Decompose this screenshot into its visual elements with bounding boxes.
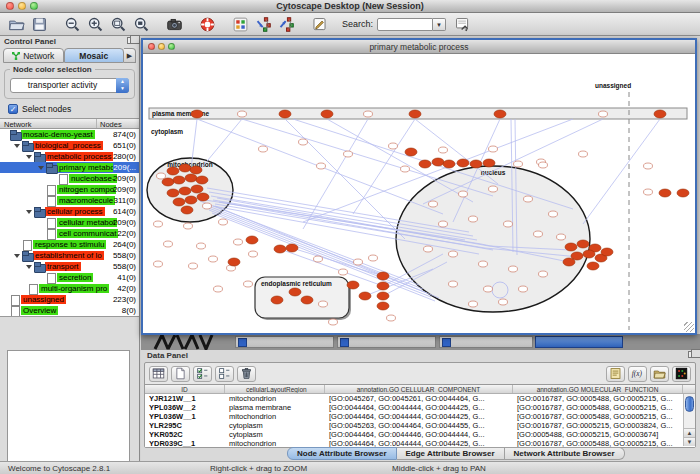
zoom-out-icon[interactable]: [62, 15, 82, 34]
zoom-in-icon[interactable]: [85, 15, 105, 34]
table-row-YLR295C[interactable]: YLR295Ccytoplasm[GO:0045263, GO:0044464,…: [145, 421, 695, 430]
node[interactable]: [274, 245, 286, 253]
node[interactable]: [470, 160, 482, 168]
edge[interactable]: [303, 119, 368, 229]
column-header-2[interactable]: annotation.GO CELLULAR_COMPONENT: [325, 385, 513, 393]
more-tabs-icon[interactable]: ▶: [124, 48, 136, 63]
node[interactable]: [479, 261, 488, 267]
background-window[interactable]: [535, 336, 623, 348]
tree-row-unassigned[interactable]: unassigned223(0): [0, 294, 139, 305]
copy-layout-icon[interactable]: [253, 15, 273, 34]
node[interactable]: [347, 281, 359, 289]
resize-grip[interactable]: [684, 322, 694, 332]
unselect-attrs-icon[interactable]: [215, 366, 234, 382]
node[interactable]: [369, 255, 378, 261]
column-header-3[interactable]: annotation.GO MOLECULAR_FUNCTION: [513, 385, 683, 393]
node[interactable]: [228, 258, 240, 266]
node[interactable]: [238, 111, 247, 117]
tree-row-macromolecule[interactable]: macromolecule311(0): [0, 195, 139, 206]
node[interactable]: [185, 196, 197, 204]
node[interactable]: [167, 167, 179, 175]
tree-row-response-to-stimulu[interactable]: response to stimulu264(0): [0, 239, 139, 250]
node[interactable]: [557, 234, 566, 240]
node[interactable]: [509, 266, 518, 272]
node[interactable]: [339, 269, 348, 275]
node[interactable]: [279, 110, 291, 118]
node[interactable]: [644, 189, 653, 195]
table-row-YKR052C[interactable]: YKR052Ccytoplasm[GO:0044464, GO:0044446,…: [145, 430, 695, 439]
annotation-note-icon[interactable]: [606, 366, 625, 382]
edge[interactable]: [198, 119, 242, 172]
tab-mosaic[interactable]: Mosaic: [64, 48, 125, 63]
matrix-icon[interactable]: [672, 366, 691, 382]
node[interactable]: [377, 292, 389, 300]
node[interactable]: [405, 148, 417, 156]
node[interactable]: [191, 110, 203, 118]
attr-columns-icon[interactable]: [149, 366, 168, 382]
node[interactable]: [162, 178, 174, 186]
node[interactable]: [519, 286, 528, 292]
node[interactable]: [409, 110, 421, 118]
node[interactable]: [601, 248, 613, 256]
float-panel-icon[interactable]: [688, 351, 696, 358]
align-layout-icon[interactable]: [276, 15, 296, 34]
node[interactable]: [459, 191, 468, 197]
expand-arrow-icon[interactable]: [12, 254, 22, 258]
column-header-0[interactable]: ID: [145, 385, 225, 393]
node[interactable]: [157, 173, 166, 179]
node[interactable]: [549, 211, 558, 217]
edge[interactable]: [292, 248, 383, 276]
node[interactable]: [173, 198, 185, 206]
expand-arrow-icon[interactable]: [36, 166, 46, 170]
expand-arrow-icon[interactable]: [24, 155, 34, 159]
search-config-icon[interactable]: [452, 15, 472, 34]
scroll-down-icon[interactable]: ▼: [684, 437, 695, 446]
tree-row-primary-metabo[interactable]: primary metabo209(...: [0, 162, 139, 173]
node[interactable]: [577, 240, 589, 248]
node[interactable]: [271, 296, 283, 304]
node-color-dropdown[interactable]: transporter activity ▲▼: [10, 78, 129, 93]
node[interactable]: [299, 139, 308, 145]
network-view-window[interactable]: primary metabolic process plasma membran…: [141, 38, 697, 335]
node[interactable]: [654, 110, 666, 118]
table-scrollbar[interactable]: ▲ ▼: [683, 394, 695, 446]
formula-icon[interactable]: f(x): [628, 366, 647, 382]
node[interactable]: [677, 189, 689, 197]
node[interactable]: [659, 189, 671, 197]
edge[interactable]: [583, 119, 660, 224]
node[interactable]: [429, 201, 438, 207]
node[interactable]: [499, 299, 508, 305]
node[interactable]: [494, 110, 506, 118]
node[interactable]: [234, 239, 243, 245]
node[interactable]: [314, 256, 323, 262]
node[interactable]: [179, 187, 191, 195]
tab-node-attribute-browser[interactable]: Node Attribute Browser: [287, 447, 397, 460]
node[interactable]: [599, 111, 608, 117]
tree-row-multi-organism-pro[interactable]: multi-organism pro42(0): [0, 283, 139, 294]
node[interactable]: [583, 250, 595, 258]
background-window[interactable]: [439, 336, 533, 348]
node[interactable]: [329, 319, 338, 325]
node[interactable]: [484, 286, 493, 292]
node[interactable]: [489, 146, 498, 152]
node[interactable]: [173, 176, 185, 184]
network-view-titlebar[interactable]: primary metabolic process: [143, 40, 695, 54]
expand-arrow-icon[interactable]: [24, 265, 34, 269]
tree-row-cell-communicat[interactable]: cell communicat22(0): [0, 228, 139, 239]
node[interactable]: [317, 163, 326, 169]
delete-attr-icon[interactable]: [237, 366, 256, 382]
import-icon[interactable]: [650, 366, 669, 382]
node[interactable]: [514, 161, 523, 167]
background-window[interactable]: [337, 336, 436, 348]
node[interactable]: [359, 292, 371, 300]
node[interactable]: [469, 301, 478, 307]
tree-row-transport[interactable]: transport558(0): [0, 261, 139, 272]
node[interactable]: [319, 301, 328, 307]
node[interactable]: [344, 151, 353, 157]
node[interactable]: [321, 110, 333, 118]
node[interactable]: [301, 296, 313, 304]
node[interactable]: [401, 166, 410, 172]
select-nodes-checkbox[interactable]: ✓: [8, 104, 18, 114]
node[interactable]: [189, 263, 198, 269]
node[interactable]: [244, 281, 253, 287]
